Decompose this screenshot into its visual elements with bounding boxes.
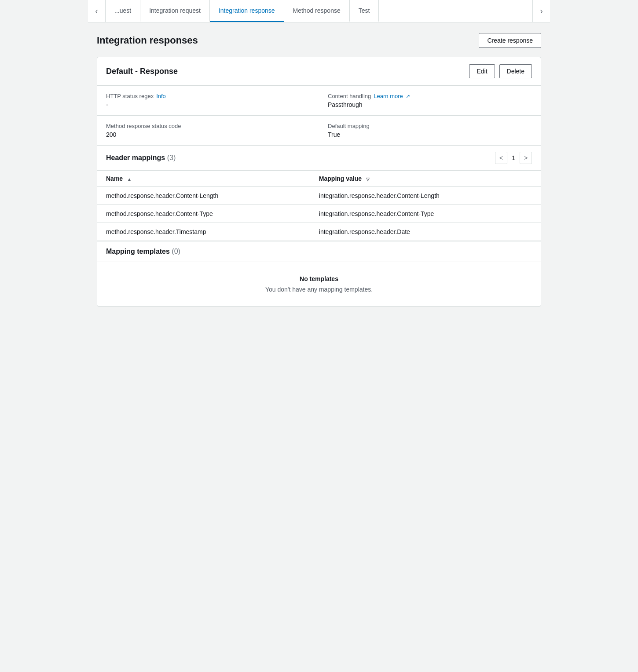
external-link-icon: ↗ xyxy=(406,93,410,99)
tab-label: ...uest xyxy=(114,7,131,14)
header-mappings-count: (3) xyxy=(167,154,176,161)
sort-asc-icon: ▲ xyxy=(127,177,132,182)
prev-page-button[interactable]: < xyxy=(495,152,507,164)
http-status-info-link[interactable]: Info xyxy=(156,93,166,99)
tab-prev-button[interactable]: ‹ xyxy=(88,0,106,22)
page-title: Integration responses xyxy=(97,35,198,46)
tab-label: Method response xyxy=(293,7,341,14)
table-row: method.response.header.Content-Length in… xyxy=(97,187,541,205)
tab-label: Integration request xyxy=(149,7,201,14)
pagination-controls: < 1 > xyxy=(495,152,532,164)
chevron-right-icon: > xyxy=(524,154,528,161)
content-handling-value: Passthrough xyxy=(328,101,532,108)
col-mapping-header[interactable]: Mapping value ▽ xyxy=(310,171,541,187)
card-header: Default - Response Edit Delete xyxy=(97,57,541,86)
row-mapping-value: integration.response.header.Content-Type xyxy=(310,205,541,223)
http-status-label: HTTP status regex Info xyxy=(106,93,310,99)
chevron-left-icon: < xyxy=(499,154,503,161)
tab-bar: ‹ ...uest Integration request Integratio… xyxy=(88,0,550,22)
page-number: 1 xyxy=(512,154,515,161)
table-row: method.response.header.Timestamp integra… xyxy=(97,223,541,241)
mapping-templates-section: Mapping templates (0) No templates You d… xyxy=(97,241,541,306)
http-status-cell: HTTP status regex Info - xyxy=(97,86,319,115)
content-handling-label: Content handling Learn more ↗ xyxy=(328,93,532,99)
row-name: method.response.header.Timestamp xyxy=(97,223,310,241)
response-card: Default - Response Edit Delete HTTP stat… xyxy=(97,57,541,307)
col-name-header[interactable]: Name ▲ xyxy=(97,171,310,187)
table-body: method.response.header.Content-Length in… xyxy=(97,187,541,241)
default-mapping-cell: Default mapping True xyxy=(319,116,541,145)
mapping-templates-header: Mapping templates (0) xyxy=(97,241,541,262)
tab-test[interactable]: Test xyxy=(350,0,379,22)
row-name: method.response.header.Content-Length xyxy=(97,187,310,205)
table-row: method.response.header.Content-Type inte… xyxy=(97,205,541,223)
content-handling-learn-more-link[interactable]: Learn more xyxy=(374,93,403,99)
header-mappings-table: Name ▲ Mapping value ▽ method.response.h… xyxy=(97,171,541,241)
create-response-button[interactable]: Create response xyxy=(479,33,541,48)
tab-next-button[interactable]: › xyxy=(532,0,550,22)
no-templates-container: No templates You don't have any mapping … xyxy=(97,262,541,306)
method-response-value: 200 xyxy=(106,131,310,138)
response-card-title: Default - Response xyxy=(106,67,178,76)
no-templates-desc: You don't have any mapping templates. xyxy=(106,286,532,293)
content-handling-cell: Content handling Learn more ↗ Passthroug… xyxy=(319,86,541,115)
method-response-cell: Method response status code 200 xyxy=(97,116,319,145)
http-status-value: - xyxy=(106,101,310,108)
delete-button[interactable]: Delete xyxy=(499,64,532,78)
page-header: Integration responses Create response xyxy=(97,33,541,48)
header-mappings-header: Header mappings (3) < 1 > xyxy=(97,145,541,171)
tab-label: Test xyxy=(359,7,370,14)
chevron-left-icon: ‹ xyxy=(95,7,98,16)
no-templates-title: No templates xyxy=(106,275,532,282)
tab-method-response[interactable]: Method response xyxy=(284,0,350,22)
card-actions: Edit Delete xyxy=(469,64,532,78)
row-mapping-value: integration.response.header.Content-Leng… xyxy=(310,187,541,205)
tab-integration-response[interactable]: Integration response xyxy=(210,0,284,22)
default-mapping-value: True xyxy=(328,131,532,138)
sort-desc-icon: ▽ xyxy=(366,177,370,182)
info-grid: HTTP status regex Info - Content handlin… xyxy=(97,86,541,115)
default-mapping-label: Default mapping xyxy=(328,123,532,129)
chevron-right-icon: › xyxy=(540,7,543,16)
row-mapping-value: integration.response.header.Date xyxy=(310,223,541,241)
header-mappings-title: Header mappings (3) xyxy=(106,154,176,162)
page-content: Integration responses Create response De… xyxy=(88,22,550,324)
next-page-button[interactable]: > xyxy=(520,152,532,164)
mapping-templates-title: Mapping templates (0) xyxy=(106,248,180,256)
tab-method-request[interactable]: ...uest xyxy=(106,0,140,22)
page-wrapper: ‹ ...uest Integration request Integratio… xyxy=(88,0,550,672)
tab-label: Integration response xyxy=(219,7,275,14)
tab-integration-request[interactable]: Integration request xyxy=(140,0,210,22)
mapping-templates-count: (0) xyxy=(172,248,180,255)
edit-button[interactable]: Edit xyxy=(469,64,495,78)
method-response-label: Method response status code xyxy=(106,123,310,129)
table-header-row: Name ▲ Mapping value ▽ xyxy=(97,171,541,187)
info-grid-2: Method response status code 200 Default … xyxy=(97,116,541,145)
row-name: method.response.header.Content-Type xyxy=(97,205,310,223)
